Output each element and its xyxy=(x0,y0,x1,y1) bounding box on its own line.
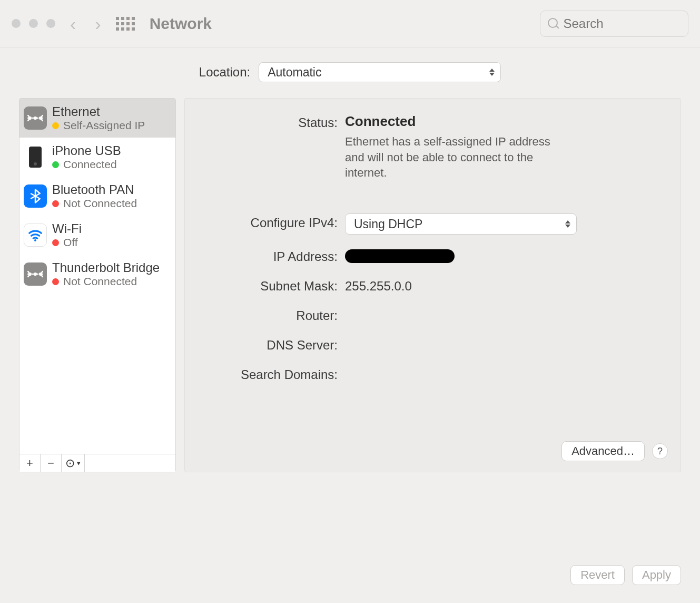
svg-point-3 xyxy=(34,239,36,241)
sidebar-item-bluetooth-pan[interactable]: Bluetooth PAN Not Connected xyxy=(19,177,175,216)
subnet-mask-value: 255.255.0.0 xyxy=(345,277,644,294)
service-name: iPhone USB xyxy=(52,143,121,158)
chevron-down-icon: ▾ xyxy=(77,459,81,467)
window-toolbar: ‹ › Network xyxy=(0,0,700,47)
configure-ipv4-label: Configure IPv4: xyxy=(185,213,338,230)
router-value xyxy=(345,306,644,308)
chevron-updown-icon xyxy=(564,218,572,230)
sidebar-item-iphone-usb[interactable]: iPhone USB Connected xyxy=(19,138,175,177)
add-service-button[interactable]: + xyxy=(19,454,41,472)
location-value: Automatic xyxy=(268,65,321,80)
search-input[interactable] xyxy=(563,16,681,31)
revert-button[interactable]: Revert xyxy=(570,565,625,585)
status-dot-icon xyxy=(52,122,59,129)
gear-circle-icon: ⊙ xyxy=(65,456,75,470)
zoom-window-button[interactable] xyxy=(46,19,55,28)
status-dot-icon xyxy=(52,200,59,207)
status-dot-icon xyxy=(52,239,59,246)
back-button[interactable]: ‹ xyxy=(70,15,76,33)
service-name: Bluetooth PAN xyxy=(52,182,137,197)
traffic-lights xyxy=(12,19,55,28)
ip-address-label: IP Address: xyxy=(185,247,338,264)
service-status: Not Connected xyxy=(63,275,137,288)
page-title: Network xyxy=(150,15,212,33)
subnet-mask-label: Subnet Mask: xyxy=(185,277,338,294)
search-icon xyxy=(548,18,558,30)
sidebar-item-wifi[interactable]: Wi-Fi Off xyxy=(19,216,175,255)
detail-panel: Status: Connected Ethernet has a self-as… xyxy=(184,98,681,472)
service-sidebar: Ethernet Self-Assigned IP iPhone USB Con… xyxy=(19,98,176,472)
service-status: Off xyxy=(63,236,78,249)
location-row: Location: Automatic xyxy=(0,47,700,98)
service-name: Wi-Fi xyxy=(52,221,82,236)
service-name: Ethernet xyxy=(52,104,145,119)
minus-icon: − xyxy=(47,456,54,470)
status-subtext: Ethernet has a self-assigned IP address … xyxy=(345,134,566,181)
sidebar-toolbar: + − ⊙ ▾ xyxy=(19,454,175,472)
search-domains-value xyxy=(345,365,644,367)
router-label: Router: xyxy=(185,306,338,323)
service-name: Thunderbolt Bridge xyxy=(52,260,160,275)
thunderbolt-bridge-icon xyxy=(24,262,47,286)
status-dot-icon xyxy=(52,161,59,168)
service-status: Connected xyxy=(63,158,117,171)
advanced-button[interactable]: Advanced… xyxy=(561,441,645,461)
help-icon: ? xyxy=(657,446,663,457)
iphone-icon xyxy=(24,145,47,169)
ip-address-value-redacted xyxy=(345,249,455,263)
status-dot-icon xyxy=(52,278,59,285)
window-footer: Revert Apply xyxy=(570,565,681,585)
wifi-icon xyxy=(24,223,47,247)
location-label: Location: xyxy=(199,65,250,80)
minimize-window-button[interactable] xyxy=(29,19,38,28)
service-list: Ethernet Self-Assigned IP iPhone USB Con… xyxy=(19,99,175,454)
nav-buttons: ‹ › xyxy=(70,15,101,33)
help-button[interactable]: ? xyxy=(652,443,668,459)
more-actions-button[interactable]: ⊙ ▾ xyxy=(62,454,85,472)
service-status: Not Connected xyxy=(63,197,137,210)
dns-server-value xyxy=(345,336,644,338)
bluetooth-icon xyxy=(24,184,47,208)
service-status: Self-Assigned IP xyxy=(63,119,145,132)
configure-ipv4-value: Using DHCP xyxy=(354,217,422,231)
sidebar-item-ethernet[interactable]: Ethernet Self-Assigned IP xyxy=(19,99,175,138)
show-all-icon[interactable] xyxy=(116,17,135,31)
status-label: Status: xyxy=(185,113,338,130)
forward-button[interactable]: › xyxy=(95,15,101,33)
plus-icon: + xyxy=(26,456,33,470)
dns-server-label: DNS Server: xyxy=(185,336,338,353)
status-value: Connected xyxy=(345,113,644,130)
search-domains-label: Search Domains: xyxy=(185,365,338,382)
search-field[interactable] xyxy=(540,11,688,37)
configure-ipv4-select[interactable]: Using DHCP xyxy=(345,213,577,235)
chevron-updown-icon xyxy=(488,66,496,78)
location-select[interactable]: Automatic xyxy=(259,62,501,82)
remove-service-button[interactable]: − xyxy=(41,454,62,472)
close-window-button[interactable] xyxy=(12,19,21,28)
ethernet-icon xyxy=(24,106,47,130)
apply-button[interactable]: Apply xyxy=(632,565,681,585)
sidebar-item-thunderbolt-bridge[interactable]: Thunderbolt Bridge Not Connected xyxy=(19,255,175,294)
